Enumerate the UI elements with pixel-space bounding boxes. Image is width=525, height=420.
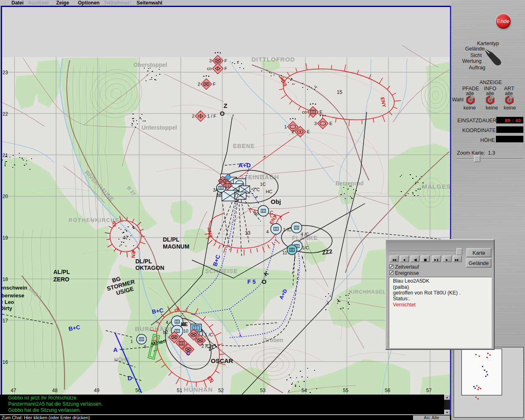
svg-text:Betzenrod: Betzenrod (336, 180, 363, 187)
svg-text:21: 21 (2, 153, 8, 158)
svg-text:Oberstoppel: Oberstoppel (133, 62, 167, 68)
svg-text:57: 57 (426, 388, 432, 393)
svg-text:EN: EN (130, 251, 137, 258)
svg-text:Unterstoppel: Unterstoppel (142, 124, 177, 131)
svg-text:O: O (220, 110, 225, 117)
svg-text:4: 4 (266, 229, 269, 234)
svg-text:19: 19 (2, 235, 8, 241)
svg-text:EBENE: EBENE (233, 143, 255, 149)
svg-text:47: 47 (11, 388, 16, 393)
svg-text:co: co (254, 211, 259, 216)
svg-text:ZERO: ZERO (53, 276, 69, 283)
svg-text:1: 1 (284, 124, 287, 129)
svg-text:15: 15 (337, 89, 342, 95)
svg-text:4 /C: 4 /C (301, 232, 309, 237)
svg-text:20: 20 (2, 194, 8, 199)
svg-text:22: 22 (2, 111, 8, 117)
svg-text:3: 3 (209, 58, 212, 63)
svg-text:Obj: Obj (271, 198, 281, 205)
svg-text:HÜNHAN: HÜNHAN (184, 386, 213, 393)
svg-text:4: 4 (144, 344, 146, 349)
svg-text:A+D: A+D (238, 162, 251, 169)
svg-text:KE: KE (181, 322, 188, 327)
svg-text:1/C: 1/C (302, 245, 309, 250)
svg-text:AL/PL: AL/PL (53, 269, 70, 275)
svg-text:MALGES: MALGES (422, 183, 450, 190)
svg-text:47: 47 (123, 235, 128, 241)
svg-text:2 C: 2 C (253, 187, 260, 192)
svg-text:OSCAR: OSCAR (211, 357, 233, 364)
svg-text:13: 13 (245, 230, 251, 236)
svg-text:18: 18 (2, 276, 8, 282)
svg-text:Gruben: Gruben (263, 337, 283, 343)
svg-text:C: C (270, 210, 273, 215)
svg-text:KIRCHHASEL: KIRCHHASEL (349, 289, 386, 295)
svg-text:F: F (224, 58, 227, 63)
svg-text:2: 2 (292, 129, 294, 134)
svg-text:3B: 3B (216, 193, 221, 198)
svg-text:MAGNUM: MAGNUM (163, 243, 189, 250)
svg-text:co: co (207, 66, 212, 71)
svg-text:E: E (307, 129, 310, 134)
svg-text:2: 2 (192, 114, 194, 119)
svg-text:= Leo: = Leo (2, 299, 14, 305)
svg-text:1 / F: 1 / F (207, 114, 216, 119)
svg-text:16: 16 (2, 359, 8, 365)
svg-text:1: 1 (130, 339, 133, 344)
svg-text:F: F (224, 66, 227, 71)
svg-text:1 /C: 1 /C (283, 227, 291, 232)
svg-text:17: 17 (2, 318, 8, 324)
svg-text:D: D (128, 374, 132, 381)
svg-text:E: E (320, 110, 322, 114)
svg-text:23: 23 (2, 70, 8, 75)
svg-text:SCHNEISE: SCHNEISE (205, 268, 238, 274)
svg-text:A: A (113, 346, 118, 353)
svg-text:2: 2 (198, 82, 200, 87)
svg-text:11: 11 (283, 250, 287, 255)
svg-text:E: E (329, 121, 332, 126)
svg-text:4: 4 (166, 320, 168, 325)
svg-text:49: 49 (94, 388, 100, 393)
svg-text:DL/PL: DL/PL (135, 258, 152, 265)
svg-text:co: co (302, 110, 307, 114)
svg-text:F: F (213, 82, 216, 87)
svg-text:lberwiese: lberwiese (2, 292, 24, 299)
svg-text:54: 54 (301, 388, 307, 393)
svg-text:2 /C: 2 /C (201, 344, 210, 349)
svg-text:b2: b2 (163, 330, 168, 335)
svg-text:3A: 3A (213, 187, 219, 192)
svg-text:3: 3 (314, 121, 317, 126)
svg-text:DL/PL: DL/PL (163, 236, 180, 243)
svg-text:O: O (262, 278, 267, 285)
svg-text:51: 51 (177, 388, 183, 393)
svg-text:27 C: 27 C (234, 193, 243, 198)
svg-text:55: 55 (343, 388, 349, 393)
svg-text:1 /C: 1 /C (205, 332, 213, 337)
svg-text:OKTAGON: OKTAGON (135, 265, 164, 271)
svg-text:53: 53 (260, 388, 266, 393)
svg-text:56: 56 (385, 388, 390, 393)
svg-text:F 5: F 5 (247, 278, 256, 285)
svg-text:Dirty: Dirty (2, 305, 12, 311)
svg-text:enschwein: enschwein (2, 285, 27, 291)
svg-text:Z: Z (224, 102, 227, 109)
svg-text:HC: HC (266, 189, 272, 194)
svg-text:10: 10 (183, 329, 188, 333)
svg-text:1C: 1C (260, 182, 266, 187)
svg-text:DITTLOFROD: DITTLOFROD (251, 56, 295, 63)
svg-text:C: C (186, 350, 190, 356)
svg-text:48: 48 (52, 388, 58, 393)
svg-text:52: 52 (218, 388, 224, 393)
